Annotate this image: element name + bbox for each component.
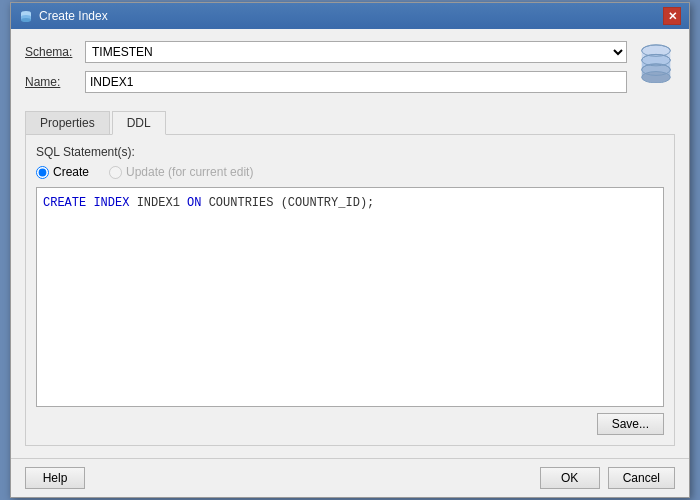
database-icon	[637, 43, 675, 83]
create-option-label: Create	[53, 165, 89, 179]
create-radio[interactable]	[36, 166, 49, 179]
radio-row: Create Update (for current edit)	[36, 165, 664, 179]
tab-content-ddl: SQL Statement(s): Create Update (for cur…	[25, 135, 675, 446]
sql-index-name: INDEX1	[129, 196, 187, 210]
sql-code: CREATE INDEX INDEX1 ON COUNTRIES (COUNTR…	[43, 194, 657, 212]
schema-label: Schema:	[25, 45, 85, 59]
save-button[interactable]: Save...	[597, 413, 664, 435]
name-input[interactable]	[85, 71, 627, 93]
svg-point-4	[21, 18, 31, 22]
cancel-button[interactable]: Cancel	[608, 467, 675, 489]
tab-ddl[interactable]: DDL	[112, 111, 166, 135]
help-button[interactable]: Help	[25, 467, 85, 489]
schema-row: Schema: TIMESTEN	[25, 41, 627, 63]
dialog-title: Create Index	[39, 9, 108, 23]
tabs-container: Properties DDL	[25, 111, 675, 135]
create-option[interactable]: Create	[36, 165, 89, 179]
sql-statements-label: SQL Statement(s):	[36, 145, 664, 159]
schema-select[interactable]: TIMESTEN	[85, 41, 627, 63]
sql-keyword-index: INDEX	[93, 196, 129, 210]
dialog-footer: Help OK Cancel	[11, 458, 689, 497]
ok-button[interactable]: OK	[540, 467, 600, 489]
tab-properties[interactable]: Properties	[25, 111, 110, 134]
update-option: Update (for current edit)	[109, 165, 253, 179]
sql-table-col: COUNTRIES (COUNTRY_ID);	[201, 196, 374, 210]
sql-keyword-create: CREATE	[43, 196, 86, 210]
window-icon	[19, 9, 33, 23]
footer-right: OK Cancel	[540, 467, 675, 489]
form-fields: Schema: TIMESTEN Name:	[25, 41, 627, 101]
dialog-body: Schema: TIMESTEN Name:	[11, 29, 689, 458]
title-bar: Create Index ✕	[11, 3, 689, 29]
top-row: Schema: TIMESTEN Name:	[25, 41, 675, 101]
update-radio	[109, 166, 122, 179]
update-option-label: Update (for current edit)	[126, 165, 253, 179]
name-label: Name:	[25, 75, 85, 89]
sql-keyword-on: ON	[187, 196, 201, 210]
name-row: Name:	[25, 71, 627, 93]
sql-editor-box: CREATE INDEX INDEX1 ON COUNTRIES (COUNTR…	[36, 187, 664, 407]
close-button[interactable]: ✕	[663, 7, 681, 25]
save-row: Save...	[36, 413, 664, 435]
create-index-dialog: Create Index ✕ Schema: TIMESTEN Name:	[10, 2, 690, 498]
title-bar-left: Create Index	[19, 9, 108, 23]
